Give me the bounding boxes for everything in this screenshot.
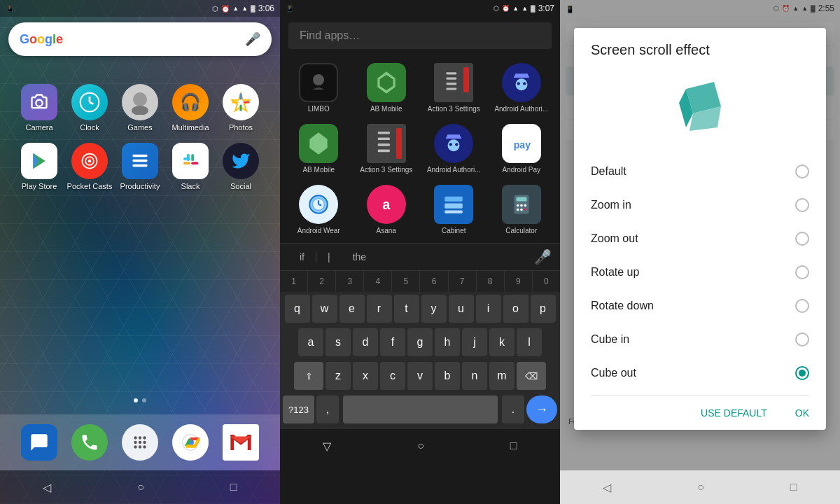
svg-rect-41	[378, 150, 390, 153]
svg-rect-32	[447, 78, 457, 80]
app-asana[interactable]: a Asana	[354, 179, 420, 240]
key-send[interactable]: →	[526, 396, 557, 424]
key-i[interactable]: i	[476, 295, 501, 323]
key-y[interactable]: y	[421, 295, 447, 323]
dock-chrome[interactable]	[172, 424, 209, 461]
app-photos[interactable]: Photos	[216, 84, 266, 132]
dock-gmail[interactable]	[223, 424, 259, 461]
key-comma[interactable]: ,	[316, 396, 339, 424]
key-p[interactable]: p	[531, 295, 556, 323]
p2-recents-btn[interactable]: □	[510, 440, 517, 452]
key-2[interactable]: 2	[308, 271, 336, 292]
key-l[interactable]: l	[517, 328, 542, 356]
option-default[interactable]: Default	[574, 155, 826, 188]
key-1[interactable]: 1	[280, 271, 308, 292]
key-e[interactable]: e	[340, 295, 365, 323]
key-period[interactable]: .	[502, 396, 524, 424]
app-productivity[interactable]: Productivity	[115, 143, 165, 190]
ok-button[interactable]: OK	[784, 402, 820, 424]
key-t[interactable]: t	[394, 295, 419, 323]
key-q[interactable]: q	[285, 295, 310, 323]
app-search-bar[interactable]: Find apps…	[288, 22, 552, 49]
key-space[interactable]	[343, 396, 498, 424]
key-9[interactable]: 9	[505, 271, 533, 292]
option-zoom-in[interactable]: Zoom in	[574, 188, 826, 222]
dock-phone[interactable]	[71, 424, 108, 461]
option-zoom-out[interactable]: Zoom out	[574, 222, 826, 255]
p3-recents-btn[interactable]: □	[790, 481, 797, 493]
key-123[interactable]: ?123	[283, 396, 314, 424]
app-social[interactable]: Social	[216, 143, 266, 190]
app-androidauth[interactable]: Android Authori...	[489, 57, 555, 118]
key-v[interactable]: v	[407, 362, 433, 390]
app-limbo[interactable]: LIMBO	[286, 57, 352, 118]
app-pocketcasts[interactable]: Pocket Casts	[64, 143, 115, 190]
app-multimedia[interactable]: 🎧 Multimedia	[165, 84, 216, 132]
option-cube-in[interactable]: Cube in	[574, 323, 826, 356]
key-6[interactable]: 6	[420, 271, 448, 292]
keyboard-mic-icon[interactable]: 🎤	[534, 248, 552, 265]
app-cabinet[interactable]: Cabinet	[421, 179, 487, 240]
app-androidwear[interactable]: Android Wear	[286, 179, 352, 240]
app-camera[interactable]: Camera	[14, 84, 64, 132]
key-d[interactable]: d	[353, 328, 378, 356]
key-n[interactable]: n	[462, 362, 487, 390]
key-b[interactable]: b	[435, 362, 460, 390]
app-abmobile[interactable]: AB Mobile	[354, 57, 420, 118]
app-abmobile2[interactable]: AB Mobile	[286, 118, 352, 179]
dialog-preview	[574, 64, 826, 149]
app-androidauth2[interactable]: Android Authori...	[421, 118, 487, 179]
use-default-button[interactable]: USE DEFAULT	[690, 402, 778, 424]
key-m[interactable]: m	[489, 362, 514, 390]
key-4[interactable]: 4	[364, 271, 392, 292]
key-shift[interactable]: ⇧	[294, 362, 323, 390]
key-s[interactable]: s	[326, 328, 351, 356]
suggestion-if[interactable]: if	[288, 251, 316, 262]
p1-home-btn[interactable]: ○	[137, 481, 144, 493]
p2-home-btn[interactable]: ○	[417, 440, 424, 452]
p3-home-btn[interactable]: ○	[697, 481, 704, 493]
google-mic-icon[interactable]: 🎤	[245, 31, 260, 47]
app-clock[interactable]: Clock	[64, 84, 115, 132]
app-games[interactable]: Games	[115, 84, 165, 132]
key-x[interactable]: x	[353, 362, 378, 390]
key-r[interactable]: r	[367, 295, 392, 323]
key-o[interactable]: o	[503, 295, 528, 323]
app-slack[interactable]: Slack	[165, 143, 216, 190]
suggestion-dot[interactable]: |	[316, 251, 342, 262]
key-f[interactable]: f	[380, 328, 405, 356]
p1-recents-btn[interactable]: □	[230, 481, 237, 493]
camera-icon	[21, 84, 57, 120]
suggestion-the[interactable]: the	[342, 251, 377, 262]
app-androidpay[interactable]: pay Android Pay	[489, 118, 555, 179]
key-3[interactable]: 3	[336, 271, 364, 292]
app-calculator[interactable]: Calculator	[489, 179, 555, 240]
app-playstore[interactable]: Play Store	[14, 143, 64, 190]
key-7[interactable]: 7	[449, 271, 477, 292]
option-rotate-up[interactable]: Rotate up	[574, 255, 826, 289]
dock-apps[interactable]	[122, 424, 158, 461]
app-action3[interactable]: Action 3 Settings	[421, 57, 487, 118]
key-5[interactable]: 5	[392, 271, 420, 292]
key-j[interactable]: j	[462, 328, 487, 356]
svg-point-56	[517, 204, 519, 207]
key-h[interactable]: h	[435, 328, 460, 356]
key-u[interactable]: u	[449, 295, 474, 323]
key-0[interactable]: 0	[533, 271, 560, 292]
p3-back-btn[interactable]: ◁	[603, 481, 611, 494]
key-w[interactable]: w	[312, 295, 337, 323]
key-backspace[interactable]: ⌫	[517, 362, 546, 390]
key-a[interactable]: a	[298, 328, 323, 356]
p1-back-btn[interactable]: ◁	[43, 481, 51, 494]
option-cube-out[interactable]: Cube out	[574, 356, 826, 390]
key-8[interactable]: 8	[477, 271, 505, 292]
key-c[interactable]: c	[380, 362, 405, 390]
key-g[interactable]: g	[407, 328, 433, 356]
dock-messages[interactable]	[21, 424, 57, 461]
p2-back-btn[interactable]: ▽	[323, 440, 331, 453]
app-action3-2[interactable]: Action 3 Settings	[354, 118, 420, 179]
key-z[interactable]: z	[326, 362, 351, 390]
google-search-bar[interactable]: G o o g l e 🎤	[8, 22, 272, 56]
key-k[interactable]: k	[489, 328, 514, 356]
option-rotate-down[interactable]: Rotate down	[574, 289, 826, 323]
